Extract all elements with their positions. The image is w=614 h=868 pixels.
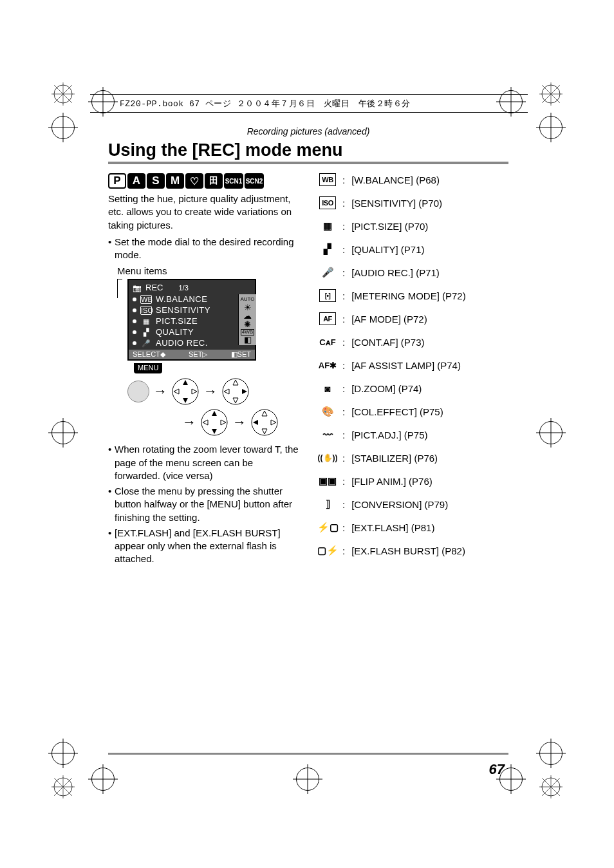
section-header: Recording pictures (advanced) bbox=[108, 126, 508, 137]
bullet-item: When rotating the zoom lever toward T, t… bbox=[108, 443, 301, 482]
iso-small-icon: ISO bbox=[140, 306, 152, 315]
page-number: 67 bbox=[489, 761, 505, 778]
ref-item: ▢⚡:[EX.FLASH BURST] (P82) bbox=[319, 544, 508, 557]
pictadj-icon: 〰 bbox=[319, 428, 336, 441]
ref-label: [AF MODE] (P72) bbox=[351, 314, 427, 325]
contaf-icon: CᴀF bbox=[319, 335, 336, 348]
ref-item: ▣▣:[FLIP ANIM.] (P76) bbox=[319, 475, 508, 487]
page-title: Using the [REC] mode menu bbox=[108, 140, 508, 164]
ref-item: WB:[W.BALANCE] (P68) bbox=[319, 173, 508, 186]
camera-icon bbox=[133, 283, 142, 292]
svg-marker-29 bbox=[242, 389, 247, 394]
nav-sequence-1: → → bbox=[127, 377, 301, 406]
svg-marker-24 bbox=[192, 389, 197, 394]
svg-marker-21 bbox=[183, 380, 188, 385]
menu-button-icon bbox=[127, 381, 149, 402]
dpad-icon bbox=[221, 377, 250, 406]
rosette-icon bbox=[50, 774, 76, 800]
lcd-row: AUDIO REC. bbox=[156, 338, 208, 348]
ref-label: [W.BALANCE] (P68) bbox=[351, 175, 440, 185]
ref-label: [STABILIZER] (P76) bbox=[351, 453, 438, 464]
ref-label: [PICT.SIZE] (P70) bbox=[351, 221, 428, 232]
ref-item: 〰:[PICT.ADJ.] (P75) bbox=[319, 428, 508, 441]
mode-badge-a: A bbox=[127, 173, 145, 189]
ref-item: AF:[AF MODE] (P72) bbox=[319, 312, 508, 325]
ref-label: [D.ZOOM] (P74) bbox=[351, 383, 422, 394]
mode-badge-scn1: SCN1 bbox=[224, 173, 243, 189]
ref-label: [EXT.FLASH] (P81) bbox=[351, 522, 434, 533]
ref-item: AF✱:[AF ASSIST LAMP] (P74) bbox=[319, 359, 508, 372]
lcd-row: SENSITIVITY bbox=[156, 305, 210, 315]
registration-mark-icon bbox=[51, 116, 75, 139]
arrow-right-icon: → bbox=[203, 383, 218, 400]
ref-label: [AF ASSIST LAMP] (P74) bbox=[351, 360, 461, 371]
arrow-right-icon: → bbox=[182, 414, 196, 431]
ref-item: ◙:[D.ZOOM] (P74) bbox=[319, 382, 508, 395]
rule bbox=[90, 112, 528, 113]
svg-marker-22 bbox=[183, 398, 188, 403]
rosette-icon bbox=[50, 81, 76, 107]
ref-label: [CONVERSION] (P79) bbox=[351, 499, 448, 510]
wb-small-icon: WB bbox=[140, 295, 152, 304]
lcd-side-auto: AUTO bbox=[239, 296, 256, 303]
quality-icon: ▞ bbox=[319, 243, 336, 256]
lcd-footer-set: SET▷ bbox=[189, 350, 207, 359]
ref-label: [AUDIO REC.] (P71) bbox=[351, 267, 440, 278]
ref-label: [COL.EFFECT] (P75) bbox=[351, 406, 443, 417]
wb-icon: WB bbox=[319, 173, 336, 186]
sun-icon: ☀ bbox=[244, 303, 252, 312]
book-header: FZ20-PP.book 67 ページ ２００４年７月６日 火曜日 午後２時６分 bbox=[120, 98, 411, 109]
ref-label: [EX.FLASH BURST] (P82) bbox=[351, 545, 465, 556]
ref-item: ⚡▢:[EXT.FLASH] (P81) bbox=[319, 521, 508, 534]
rule bbox=[90, 94, 528, 95]
ref-label: [METERING MODE] (P72) bbox=[351, 290, 466, 301]
arrow-right-icon: → bbox=[232, 414, 247, 431]
svg-marker-38 bbox=[253, 420, 258, 425]
af-icon: AF bbox=[319, 312, 336, 325]
mode-badge-heart: ♡ bbox=[185, 173, 203, 189]
metering-icon: [•] bbox=[319, 289, 336, 302]
bullets-bottom: When rotating the zoom lever toward T, t… bbox=[108, 443, 301, 565]
lcd-footer-select: SELECT◆ bbox=[133, 350, 165, 359]
dpad-icon bbox=[250, 408, 279, 437]
ref-item: ▞:[QUALITY] (P71) bbox=[319, 243, 508, 256]
stabilizer-icon: ((✋)) bbox=[319, 451, 336, 464]
bullets-top: Set the mode dial to the desired recordi… bbox=[108, 236, 301, 262]
conversion-icon: ⟧ bbox=[319, 498, 336, 511]
extflash-icon: ⚡▢ bbox=[319, 521, 336, 534]
menu-tag: MENU bbox=[134, 363, 162, 373]
iso-icon: ISO bbox=[319, 196, 336, 209]
lcd-side-panel: AUTO ☀ ☁ ✺ 4WB ◧ bbox=[238, 294, 256, 345]
ref-label: [PICT.ADJ.] (P75) bbox=[351, 429, 427, 440]
dzoom-icon: ◙ bbox=[319, 382, 336, 395]
mic-small-icon: 🎤 bbox=[140, 339, 152, 347]
svg-marker-23 bbox=[174, 389, 179, 394]
ref-item: ISO:[SENSITIVITY] (P70) bbox=[319, 196, 508, 209]
ref-item: 🎤:[AUDIO REC.] (P71) bbox=[319, 266, 508, 279]
svg-marker-36 bbox=[262, 411, 267, 416]
mode-badge-p: P bbox=[108, 173, 126, 189]
bullet-item: Close the menu by pressing the shutter b… bbox=[108, 485, 301, 524]
mode-badge-s: S bbox=[147, 173, 165, 189]
registration-mark-icon bbox=[539, 742, 563, 765]
svg-marker-31 bbox=[212, 411, 217, 416]
registration-mark-icon bbox=[51, 421, 75, 444]
rosette-icon bbox=[538, 81, 564, 107]
mode-badge-m: M bbox=[166, 173, 184, 189]
svg-marker-32 bbox=[212, 429, 217, 434]
ref-item: 🎨:[COL.EFFECT] (P75) bbox=[319, 405, 508, 418]
lcd-row: PICT.SIZE bbox=[156, 316, 198, 326]
rosette-icon bbox=[538, 774, 564, 800]
ref-label: [QUALITY] (P71) bbox=[351, 244, 424, 255]
svg-marker-39 bbox=[271, 420, 276, 425]
bullet-item: [EXT.FLASH] and [EX.FLASH BURST] appear … bbox=[108, 527, 301, 566]
ref-item: ((✋)):[STABILIZER] (P76) bbox=[319, 451, 508, 464]
exflashburst-icon: ▢⚡ bbox=[319, 544, 336, 557]
bullet-item: Set the mode dial to the desired recordi… bbox=[108, 236, 301, 262]
svg-marker-34 bbox=[221, 420, 226, 425]
svg-marker-33 bbox=[203, 420, 208, 425]
ref-item: ⟧:[CONVERSION] (P79) bbox=[319, 498, 508, 511]
registration-mark-icon bbox=[296, 768, 319, 791]
mode-badges: P A S M ♡ ⽥ SCN1 SCN2 bbox=[108, 173, 301, 189]
footer-rule bbox=[108, 753, 508, 755]
